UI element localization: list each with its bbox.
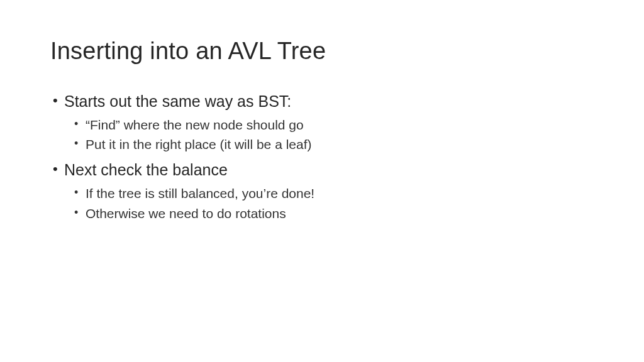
bullet-item: Starts out the same way as BST: bbox=[50, 91, 594, 112]
sub-list: If the tree is still balanced, you’re do… bbox=[50, 185, 594, 222]
bullet-item: Next check the balance bbox=[50, 160, 594, 181]
slide-title: Inserting into an AVL Tree bbox=[50, 38, 594, 65]
sub-item: Otherwise we need to do rotations bbox=[50, 205, 594, 222]
sub-item: Put it in the right place (it will be a … bbox=[50, 136, 594, 153]
sub-list: “Find” where the new node should go Put … bbox=[50, 116, 594, 154]
sub-item: If the tree is still balanced, you’re do… bbox=[50, 185, 594, 202]
bullet-list: Starts out the same way as BST: “Find” w… bbox=[50, 91, 594, 222]
sub-item: “Find” where the new node should go bbox=[50, 116, 594, 134]
